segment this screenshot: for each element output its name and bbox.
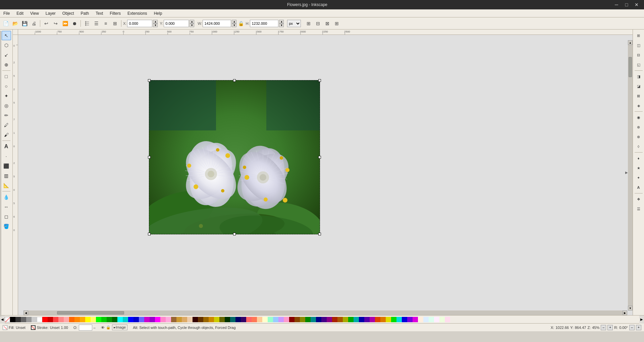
h-spin-up[interactable]: ▲ (279, 20, 284, 23)
color-blue2[interactable] (133, 317, 139, 322)
menu-view[interactable]: View (27, 10, 42, 16)
color-ext23[interactable] (407, 317, 413, 322)
x-input[interactable] (127, 20, 152, 27)
color-sky[interactable] (273, 317, 278, 322)
maximize-button[interactable]: □ (622, 1, 631, 8)
handle-bottom-right[interactable] (318, 233, 321, 235)
color-ext13[interactable] (354, 317, 359, 322)
color-mint[interactable] (268, 317, 273, 322)
menu-filters[interactable]: Filters (106, 10, 124, 16)
redo-button[interactable]: ↪ (51, 19, 60, 28)
color-ext9[interactable] (332, 317, 337, 322)
menu-extensions[interactable]: Extensions (124, 10, 151, 16)
color-purple3[interactable] (155, 317, 160, 322)
transform-btn1[interactable]: ⊞ (304, 19, 313, 28)
w-input[interactable] (203, 20, 231, 27)
y-spin-up[interactable]: ▲ (190, 20, 194, 23)
unit-select[interactable]: px mm cm in pt (287, 20, 301, 27)
rotation-minus[interactable]: – (629, 325, 635, 330)
color-darkbrown2[interactable] (198, 317, 203, 322)
rpanel-btn-7[interactable]: ⊠ (634, 91, 643, 101)
color-silver[interactable] (32, 317, 37, 322)
color-red1[interactable] (42, 317, 48, 322)
zoom-minus[interactable]: – (601, 325, 606, 330)
color-ext10[interactable] (337, 317, 343, 322)
color-green3[interactable] (107, 317, 112, 322)
align-left-button[interactable]: ⬱ (83, 19, 91, 28)
color-ext12[interactable] (348, 317, 354, 322)
palette-scroll-left[interactable]: ◀ (0, 316, 5, 324)
measure-tool[interactable]: 📐 (2, 181, 11, 190)
color-orange1[interactable] (69, 317, 74, 322)
menu-path[interactable]: Path (77, 10, 93, 16)
rpanel-btn-15[interactable]: ✦ (634, 173, 643, 182)
rpanel-btn-1[interactable]: ⊞ (634, 31, 643, 40)
connector-tool[interactable]: ↔ (2, 202, 11, 212)
rpanel-btn-8[interactable]: ◈ (634, 101, 643, 110)
color-none[interactable] (5, 317, 10, 322)
color-ext25[interactable] (418, 317, 423, 322)
minimize-button[interactable]: ─ (612, 1, 621, 8)
color-ext24[interactable] (413, 317, 418, 322)
transform-btn3[interactable]: ⊠ (323, 19, 332, 28)
color-darkpurple[interactable] (241, 317, 246, 322)
redo2-button[interactable]: ⏩ (61, 19, 69, 28)
color-ext2[interactable] (294, 317, 300, 322)
color-red2[interactable] (48, 317, 53, 322)
h-input[interactable] (250, 20, 278, 27)
rpanel-btn-17[interactable]: ❖ (634, 194, 643, 204)
color-pink1[interactable] (160, 317, 166, 322)
rpanel-btn-14[interactable]: ★ (634, 163, 643, 173)
transform-btn4[interactable]: ⊞ (332, 19, 341, 28)
color-darkorange2[interactable] (209, 317, 214, 322)
color-ext30[interactable] (445, 317, 450, 322)
eyedropper-icon[interactable]: 👁 (101, 326, 105, 330)
color-cream[interactable] (262, 317, 268, 322)
x-spin-down[interactable]: ▼ (153, 23, 158, 27)
opacity-input[interactable]: 100 (79, 325, 92, 331)
color-darkorange1[interactable] (203, 317, 209, 322)
distribute-button[interactable]: ⊞ (111, 19, 119, 28)
color-yellow1[interactable] (85, 317, 91, 322)
rpanel-btn-16[interactable]: A (634, 183, 643, 192)
eraser-tool[interactable]: ◻ (2, 212, 11, 221)
palette-scroll-right[interactable]: ▶ (639, 316, 644, 324)
canvas-scroll-area[interactable]: ◀ ▶ ▲ ▼ (18, 35, 633, 315)
scroll-up-arrow[interactable]: ▲ (628, 40, 633, 45)
color-ext21[interactable] (396, 317, 402, 322)
color-blue1[interactable] (128, 317, 133, 322)
color-tan2[interactable] (187, 317, 193, 322)
scroll-left-arrow[interactable]: ◀ (23, 310, 28, 315)
menu-layer[interactable]: Layer (42, 10, 59, 16)
select-tool[interactable]: ↖ (2, 31, 11, 40)
handle-bottom-center[interactable] (233, 233, 236, 235)
color-ext14[interactable] (359, 317, 364, 322)
horizontal-scrollbar[interactable]: ◀ ▶ (23, 310, 627, 315)
color-green4[interactable] (112, 317, 117, 322)
color-red3[interactable] (53, 317, 58, 322)
color-orange2[interactable] (74, 317, 80, 322)
color-ext18[interactable] (380, 317, 386, 322)
color-peach[interactable] (257, 317, 262, 322)
color-darkyellow[interactable] (214, 317, 219, 322)
color-coral[interactable] (252, 317, 257, 322)
menu-edit[interactable]: Edit (13, 10, 27, 16)
color-ext29[interactable] (439, 317, 445, 322)
image-type-label[interactable]: ▸Image (112, 325, 128, 330)
align-center-button[interactable]: ☰ (92, 19, 101, 28)
color-olive[interactable] (219, 317, 225, 322)
new-button[interactable]: 📄 (1, 19, 10, 28)
handle-middle-left[interactable] (148, 156, 151, 159)
color-ext8[interactable] (327, 317, 332, 322)
color-teal[interactable] (230, 317, 235, 322)
color-black[interactable] (10, 317, 15, 322)
node-tool[interactable]: ⬡ (2, 41, 11, 50)
color-ext28[interactable] (434, 317, 439, 322)
h-scroll-thumb[interactable] (57, 311, 124, 315)
canvas-container[interactable]: -1000 -750 -500 -250 0 250 500 750 1000 … (13, 30, 633, 315)
dropper-tool[interactable]: 💧 (2, 192, 11, 202)
color-pink2[interactable] (166, 317, 171, 322)
rpanel-btn-18[interactable]: ☰ (634, 204, 643, 214)
handle-middle-right[interactable] (318, 156, 321, 159)
fill-tool[interactable]: ⬛ (2, 161, 11, 171)
